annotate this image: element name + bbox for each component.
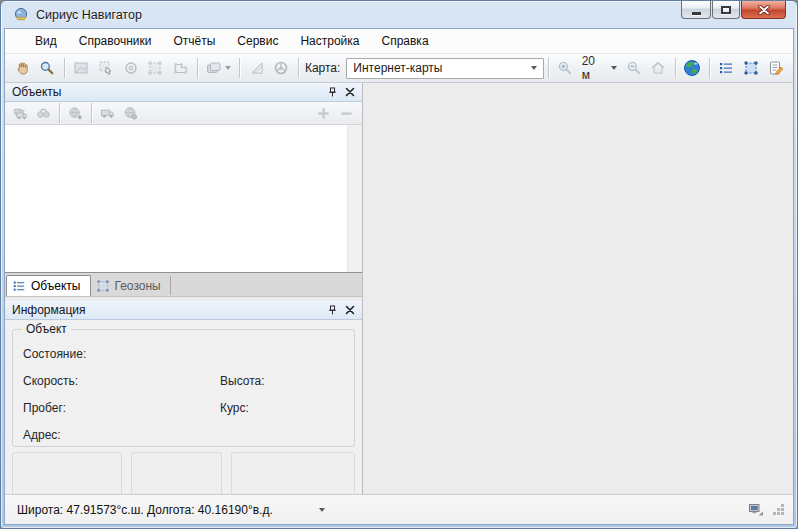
map-source-value: Интернет-карты [353, 61, 442, 75]
map-label: Карта: [305, 61, 340, 75]
collapse-all-button[interactable] [335, 103, 358, 123]
cursor-select-button[interactable] [93, 56, 118, 80]
title-bar[interactable]: Сириус Навигатор [1, 1, 797, 28]
objects-panel-header: Объекты [5, 83, 362, 102]
polygon-select-button[interactable] [168, 56, 193, 80]
ruler-triangle-icon [249, 60, 265, 76]
home-button[interactable] [646, 56, 671, 80]
main-toolbar: Карта: Интернет-карты 20 м [5, 53, 793, 83]
object-groupbox: Объект Состояние: Скорость: Высота: Проб… [12, 329, 355, 447]
info-bottom-boxes [12, 452, 355, 499]
internet-globe-icon [683, 59, 701, 77]
menu-otchety[interactable]: Отчёты [162, 30, 226, 52]
map-canvas[interactable] [363, 83, 793, 494]
tab-objects-label: Объекты [31, 279, 81, 293]
menu-vid[interactable]: Вид [24, 30, 68, 52]
connection-status-icon [748, 503, 764, 517]
toolbar-separator [675, 58, 676, 78]
info-box-2 [131, 452, 222, 499]
info-close-button[interactable] [342, 303, 358, 318]
close-icon [345, 305, 355, 315]
layers-button[interactable] [202, 56, 236, 80]
measure-button[interactable] [244, 56, 269, 80]
zoom-scale-value: 20 м [582, 54, 607, 82]
dock-tabstrip: Объекты Геозоны [5, 273, 362, 297]
objects-toolbar [5, 102, 362, 125]
expand-all-button[interactable] [312, 103, 335, 123]
globe-add-icon [68, 106, 83, 121]
map-select-icon [73, 60, 89, 76]
resize-grip[interactable] [772, 503, 785, 516]
left-dock: Объекты [5, 83, 363, 494]
magnifier-icon [39, 60, 55, 76]
info-pin-button[interactable] [324, 303, 340, 318]
objects-list-icon [718, 60, 734, 76]
map-select-button[interactable] [69, 56, 94, 80]
toolbar-separator [64, 58, 65, 78]
altitude-label: Высота: [220, 374, 265, 388]
zoom-scale-dropdown[interactable]: 20 м [578, 56, 622, 80]
minus-icon [339, 106, 354, 121]
rect-select-button[interactable] [143, 56, 168, 80]
wheel-icon [273, 60, 289, 76]
objects-close-button[interactable] [342, 85, 358, 100]
vehicle-group-button[interactable] [9, 103, 32, 123]
app-window: Сириус Навигатор Вид Справочники Отчёты … [0, 0, 798, 529]
object-group-label: Объект [22, 322, 71, 336]
zoom-in-button[interactable] [553, 56, 578, 80]
toolbar-separator [709, 58, 710, 78]
address-label: Адрес: [23, 428, 220, 442]
circle-select-button[interactable] [118, 56, 143, 80]
pan-hand-button[interactable] [10, 56, 35, 80]
coordinates-format-caret[interactable] [319, 508, 325, 512]
maximize-button[interactable] [712, 1, 740, 19]
course-label: Курс: [220, 401, 249, 415]
vehicle-button[interactable] [96, 103, 119, 123]
wheel-button[interactable] [269, 56, 294, 80]
menu-nastroyka[interactable]: Настройка [289, 30, 370, 52]
map-source-combobox[interactable]: Интернет-карты [346, 58, 543, 79]
tab-geozones[interactable]: Геозоны [91, 276, 171, 295]
info-panel-title: Информация [12, 303, 322, 317]
pin-icon [327, 304, 338, 316]
info-box-3 [231, 452, 355, 499]
close-button[interactable] [741, 1, 786, 19]
toolbar-separator [91, 103, 92, 123]
globe-marker-button[interactable] [119, 103, 142, 123]
info-panel-header: Информация [5, 301, 362, 320]
zoom-out-button[interactable] [621, 56, 646, 80]
geozones-button[interactable] [738, 56, 763, 80]
status-bar: Широта: 47.91573°с.ш. Долгота: 40.16190°… [5, 494, 793, 524]
zoom-in-icon [557, 60, 573, 76]
mileage-label: Пробег: [23, 401, 220, 415]
speed-label: Скорость: [23, 374, 220, 388]
zoom-out-icon [626, 60, 642, 76]
zoom-select-button[interactable] [35, 56, 60, 80]
binoculars-button[interactable] [32, 103, 55, 123]
menu-servis[interactable]: Сервис [226, 30, 289, 52]
home-icon [650, 60, 666, 76]
objects-list-area[interactable] [5, 125, 362, 273]
tab-objects[interactable]: Объекты [6, 275, 91, 296]
geozone-rect-icon [743, 60, 759, 76]
cursor-select-icon [98, 60, 114, 76]
globe-add-button[interactable] [64, 103, 87, 123]
toolbar-separator [298, 58, 299, 78]
objects-pin-button[interactable] [324, 85, 340, 100]
edit-note-button[interactable] [763, 56, 788, 80]
toolbar-separator [59, 103, 60, 123]
coordinates-text: Широта: 47.91573°с.ш. Долгота: 40.16190°… [17, 503, 273, 517]
tab-geozones-label: Геозоны [115, 279, 161, 293]
internet-globe-button[interactable] [680, 56, 705, 80]
app-icon[interactable] [13, 7, 29, 23]
pan-hand-icon [14, 60, 30, 76]
menu-spravochniki[interactable]: Справочники [68, 30, 163, 52]
minimize-button[interactable] [681, 1, 711, 19]
toolbar-separator [548, 58, 549, 78]
vertical-scrollbar[interactable] [347, 125, 362, 272]
menu-spravka[interactable]: Справка [370, 30, 439, 52]
objects-list-button[interactable] [714, 56, 739, 80]
combobox-caret-icon [531, 66, 537, 70]
minimize-icon [692, 12, 701, 15]
window-content: Вид Справочники Отчёты Сервис Настройка … [4, 28, 794, 525]
